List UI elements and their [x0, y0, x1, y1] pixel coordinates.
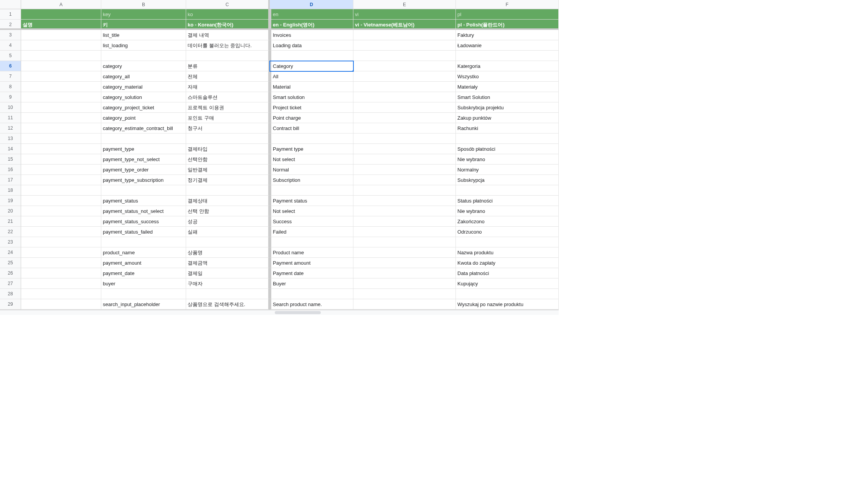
- cell-E14[interactable]: [353, 144, 456, 154]
- cell-C22[interactable]: 실패: [186, 227, 270, 237]
- header2-D[interactable]: en - English(영어): [270, 20, 353, 30]
- cell-B20[interactable]: payment_status_not_select: [101, 206, 186, 216]
- cell-C17[interactable]: 정기결제: [186, 175, 270, 185]
- horizontal-scrollbar[interactable]: [0, 310, 559, 315]
- cell-A17[interactable]: [21, 175, 101, 185]
- cell-F21[interactable]: Zakończono: [456, 216, 559, 227]
- cell-E29[interactable]: [353, 299, 456, 310]
- row-header-24[interactable]: 24: [0, 247, 21, 258]
- cell-F4[interactable]: Ładowanie: [456, 40, 559, 51]
- cell-F19[interactable]: Status płatności: [456, 196, 559, 206]
- cell-A6[interactable]: [21, 61, 101, 71]
- cell-C19[interactable]: 결제상태: [186, 196, 270, 206]
- cell-E21[interactable]: [353, 216, 456, 227]
- cell-B9[interactable]: category_solution: [101, 92, 186, 102]
- cell-E25[interactable]: [353, 258, 456, 268]
- cell-B18[interactable]: [101, 185, 186, 196]
- cell-D14[interactable]: Payment type: [270, 144, 353, 154]
- cell-F8[interactable]: Materiały: [456, 82, 559, 92]
- row-header-18[interactable]: 18: [0, 185, 21, 196]
- cell-A15[interactable]: [21, 154, 101, 165]
- cell-C16[interactable]: 일반결제: [186, 165, 270, 175]
- cell-B8[interactable]: category_material: [101, 82, 186, 92]
- cell-C20[interactable]: 선택 안함: [186, 206, 270, 216]
- cell-F29[interactable]: Wyszukaj po nazwie produktu: [456, 299, 559, 310]
- row-header-14[interactable]: 14: [0, 144, 21, 154]
- cell-C23[interactable]: [186, 237, 270, 247]
- cell-E3[interactable]: [353, 30, 456, 40]
- cell-A27[interactable]: [21, 278, 101, 289]
- cell-A8[interactable]: [21, 82, 101, 92]
- cell-D23[interactable]: [270, 237, 353, 247]
- cell-F12[interactable]: Rachunki: [456, 123, 559, 133]
- spreadsheet-grid[interactable]: ABCDEF1keykoenvipl2설명키ko - Korean(한국어)en…: [0, 0, 559, 310]
- cell-E27[interactable]: [353, 278, 456, 289]
- cell-E9[interactable]: [353, 92, 456, 102]
- column-header-F[interactable]: F: [456, 0, 559, 9]
- column-header-E[interactable]: E: [353, 0, 456, 9]
- row-header-6[interactable]: 6: [0, 61, 21, 71]
- cell-D11[interactable]: Point charge: [270, 113, 353, 123]
- cell-A3[interactable]: [21, 30, 101, 40]
- cell-E17[interactable]: [353, 175, 456, 185]
- header1-C[interactable]: ko: [186, 9, 270, 20]
- cell-E12[interactable]: [353, 123, 456, 133]
- cell-C6[interactable]: 분류: [186, 61, 270, 71]
- cell-C9[interactable]: 스마트솔루션: [186, 92, 270, 102]
- cell-A14[interactable]: [21, 144, 101, 154]
- cell-B26[interactable]: payment_date: [101, 268, 186, 278]
- cell-F7[interactable]: Wszystko: [456, 71, 559, 82]
- header1-B[interactable]: key: [101, 9, 186, 20]
- cell-D22[interactable]: Failed: [270, 227, 353, 237]
- cell-D18[interactable]: [270, 185, 353, 196]
- header2-C[interactable]: ko - Korean(한국어): [186, 20, 270, 30]
- row-header-27[interactable]: 27: [0, 278, 21, 289]
- cell-B15[interactable]: payment_type_not_select: [101, 154, 186, 165]
- cell-F9[interactable]: Smart Solution: [456, 92, 559, 102]
- header2-F[interactable]: pl - Polish(폴란드어): [456, 20, 559, 30]
- cell-C7[interactable]: 전체: [186, 71, 270, 82]
- cell-A23[interactable]: [21, 237, 101, 247]
- cell-E20[interactable]: [353, 206, 456, 216]
- cell-B25[interactable]: payment_amount: [101, 258, 186, 268]
- cell-E28[interactable]: [353, 289, 456, 299]
- cell-E7[interactable]: [353, 71, 456, 82]
- cell-A22[interactable]: [21, 227, 101, 237]
- cell-D9[interactable]: Smart solution: [270, 92, 353, 102]
- column-header-D[interactable]: D: [270, 0, 353, 9]
- cell-F26[interactable]: Data płatności: [456, 268, 559, 278]
- row-header-4[interactable]: 4: [0, 40, 21, 51]
- cell-E26[interactable]: [353, 268, 456, 278]
- cell-A28[interactable]: [21, 289, 101, 299]
- cell-D27[interactable]: Buyer: [270, 278, 353, 289]
- cell-F15[interactable]: Nie wybrano: [456, 154, 559, 165]
- cell-E23[interactable]: [353, 237, 456, 247]
- header2-E[interactable]: vi - Vietnamese(베트남어): [353, 20, 456, 30]
- cell-F24[interactable]: Nazwa produktu: [456, 247, 559, 258]
- cell-D13[interactable]: [270, 133, 353, 144]
- cell-B27[interactable]: buyer: [101, 278, 186, 289]
- cell-B5[interactable]: [101, 51, 186, 61]
- row-header-13[interactable]: 13: [0, 133, 21, 144]
- row-header-3[interactable]: 3: [0, 30, 21, 40]
- cell-C24[interactable]: 상품명: [186, 247, 270, 258]
- row-header-28[interactable]: 28: [0, 289, 21, 299]
- cell-D8[interactable]: Material: [270, 82, 353, 92]
- cell-C21[interactable]: 성공: [186, 216, 270, 227]
- row-header-5[interactable]: 5: [0, 51, 21, 61]
- cell-C10[interactable]: 프로젝트 이용권: [186, 102, 270, 113]
- cell-C11[interactable]: 포인트 구매: [186, 113, 270, 123]
- selection-handle[interactable]: [352, 70, 353, 71]
- cell-D25[interactable]: Payment amount: [270, 258, 353, 268]
- cell-F27[interactable]: Kupujący: [456, 278, 559, 289]
- cell-F25[interactable]: Kwota do zapłaty: [456, 258, 559, 268]
- cell-B7[interactable]: category_all: [101, 71, 186, 82]
- cell-F6[interactable]: Katergoria: [456, 61, 559, 71]
- cell-C26[interactable]: 결제일: [186, 268, 270, 278]
- cell-E6[interactable]: [353, 61, 456, 71]
- cell-B22[interactable]: payment_status_failed: [101, 227, 186, 237]
- cell-D17[interactable]: Subscription: [270, 175, 353, 185]
- cell-D7[interactable]: All: [270, 71, 353, 82]
- row-header-23[interactable]: 23: [0, 237, 21, 247]
- cell-F17[interactable]: Subskrypcja: [456, 175, 559, 185]
